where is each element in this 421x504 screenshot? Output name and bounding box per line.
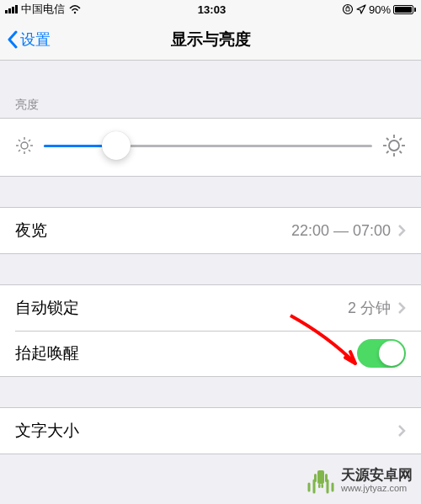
orientation-lock-icon [342, 3, 354, 15]
svg-line-17 [400, 151, 402, 154]
svg-line-19 [386, 151, 389, 154]
svg-rect-24 [322, 484, 324, 488]
location-icon [356, 4, 366, 14]
svg-line-7 [19, 140, 20, 141]
back-button[interactable]: 设置 [7, 29, 51, 50]
back-label: 设置 [20, 29, 51, 50]
svg-rect-20 [317, 470, 324, 484]
text-size-label: 文字大小 [15, 420, 397, 442]
brightness-slider[interactable] [44, 145, 372, 147]
auto-lock-cell[interactable]: 自动锁定 2 分钟 [0, 285, 421, 331]
page-title: 显示与亮度 [0, 29, 421, 50]
status-bar: 中国电信 13:03 90% [0, 0, 421, 19]
sun-large-icon [382, 134, 406, 157]
raise-to-wake-label: 抬起唤醒 [15, 342, 357, 364]
chevron-right-icon [397, 224, 406, 237]
night-shift-label: 夜览 [15, 220, 291, 241]
chevron-right-icon [397, 424, 406, 438]
night-shift-value: 22:00 — 07:00 [291, 222, 391, 240]
watermark-title: 天源安卓网 [341, 467, 413, 484]
night-shift-cell[interactable]: 夜览 22:00 — 07:00 [0, 208, 421, 253]
carrier-label: 中国电信 [21, 2, 65, 17]
nav-bar: 设置 显示与亮度 [0, 19, 421, 61]
auto-lock-value: 2 分钟 [348, 298, 391, 318]
slider-thumb[interactable] [102, 131, 131, 160]
svg-point-11 [389, 141, 399, 151]
auto-lock-label: 自动锁定 [15, 297, 348, 319]
clock: 13:03 [82, 3, 342, 16]
svg-point-0 [74, 12, 76, 13]
svg-point-2 [21, 142, 28, 149]
brightness-slider-cell [0, 119, 421, 176]
raise-to-wake-cell: 抬起唤醒 [0, 331, 421, 376]
svg-rect-23 [318, 484, 321, 488]
svg-line-8 [29, 150, 30, 151]
sun-small-icon [15, 136, 34, 155]
svg-line-9 [29, 140, 30, 141]
chevron-right-icon [397, 301, 406, 315]
watermark-url: www.jytyaz.com [341, 483, 413, 494]
text-size-cell[interactable]: 文字大小 [0, 408, 421, 454]
svg-line-16 [386, 138, 389, 141]
wifi-icon [68, 4, 82, 14]
svg-line-10 [19, 150, 20, 151]
signal-icon [5, 5, 18, 13]
battery-percent: 90% [369, 3, 391, 16]
svg-line-18 [400, 138, 402, 141]
raise-to-wake-toggle[interactable] [357, 339, 406, 368]
chevron-left-icon [7, 30, 19, 49]
watermark: 天源安卓网 www.jytyaz.com [306, 465, 413, 496]
watermark-logo-icon [306, 465, 336, 496]
brightness-header: 亮度 [0, 91, 421, 118]
battery-icon [393, 5, 416, 14]
